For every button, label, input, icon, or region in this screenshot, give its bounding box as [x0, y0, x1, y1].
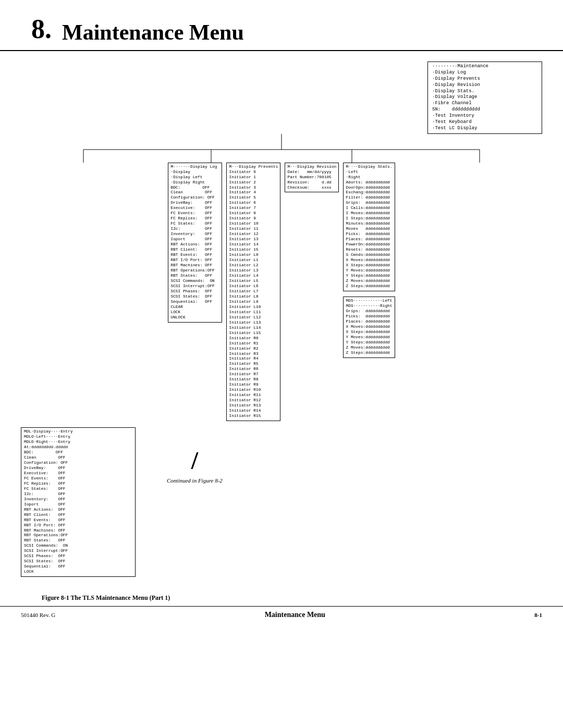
mds-box: MDS············Left MDS···········Right … [343, 297, 396, 358]
main-content: ·········Maintenance ·Display Log ·Displ… [0, 61, 563, 606]
tree-diagram: ·········Maintenance ·Display Log ·Displ… [21, 61, 542, 577]
display-revision-box: M···Display Revision Date: mm/dd/yyyy Pa… [285, 163, 339, 193]
display-log-content: M·······Display Log ·Display ·Display Le… [171, 165, 219, 320]
display-prevents-content: M···Display Prevents Initiator 0 Initiat… [229, 165, 277, 419]
page-footer: 501440 Rev. G Maintenance Menu 8-1 [0, 606, 563, 623]
footer-section-title: Maintenance Menu [265, 611, 325, 619]
tree-connectors [21, 134, 542, 163]
menu-boxes-row: M·······Display Log ·Display ·Display Le… [168, 163, 396, 421]
chapter-number: 8. [31, 16, 52, 43]
mdl-display-box: MDL·Display····Entry MDLO·Left·····Entry… [21, 427, 136, 577]
display-log-box: M·······Display Log ·Display ·Display Le… [168, 163, 222, 323]
display-prevents-box: M···Display Prevents Initiator 0 Initiat… [226, 163, 280, 421]
maintenance-top-box: ·········Maintenance ·Display Log ·Displ… [427, 61, 542, 134]
mdl-display-content: MDL·Display····Entry MDLO·Left·····Entry… [24, 429, 132, 575]
display-stats-box: M····Display Stats. ·Left ·Right Aborts:… [343, 163, 396, 291]
right-column: M····Display Stats. ·Left ·Right Aborts:… [343, 163, 396, 358]
chapter-title: Maintenance Menu [62, 20, 244, 45]
display-stats-content: M····Display Stats. ·Left ·Right Aborts:… [346, 165, 393, 289]
footer-page-number: 8-1 [534, 612, 542, 618]
page-header: 8. Maintenance Menu [0, 0, 563, 51]
slash-connector: / [191, 448, 198, 473]
top-box-content: ·········Maintenance ·Display Log ·Displ… [432, 64, 537, 132]
page-container: 8. Maintenance Menu ·········Maintenance… [0, 0, 563, 639]
display-revision-content: M···Display Revision Date: mm/dd/yyyy Pa… [288, 165, 336, 191]
figure-caption: Figure 8-1 The TLS Maintenance Menu (Par… [21, 590, 542, 606]
mds-content: MDS············Left MDS···········Right … [346, 299, 393, 356]
footer-doc-number: 501440 Rev. G [21, 612, 55, 618]
continuation-area: / Continued in Figure 8-2 [167, 448, 223, 484]
bottom-section: MDL·Display····Entry MDLO·Left·····Entry… [21, 427, 542, 577]
continued-text: Continued in Figure 8-2 [167, 477, 223, 484]
